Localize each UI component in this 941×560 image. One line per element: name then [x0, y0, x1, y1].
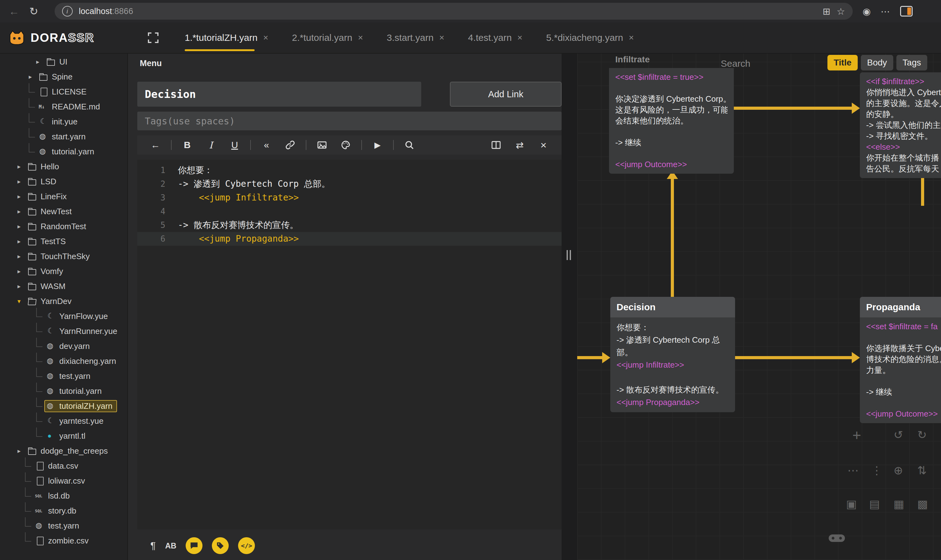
browser-menu-icon[interactable]: ⋯ — [881, 6, 890, 17]
tab-close-icon[interactable]: × — [358, 33, 363, 43]
tab-dixiacheng-yarn[interactable]: 5.*dixiacheng.yarn × — [546, 22, 634, 53]
palette-icon[interactable] — [338, 140, 353, 150]
browser-reload-icon[interactable]: ↻ — [29, 5, 39, 17]
gamepad-icon[interactable] — [828, 532, 845, 544]
tree-item[interactable]: yarntl.tl — [0, 428, 127, 443]
yarn-code-editor[interactable]: 1 你想要： 2 -> 渗透到 Cybertech Corp 总部。 3 <<j… — [137, 160, 562, 529]
shield-badge-icon[interactable]: ◉ — [863, 6, 871, 17]
pilcrow-icon[interactable]: ¶ — [150, 540, 156, 552]
expand-arrow-icon[interactable] — [36, 58, 44, 66]
graph-node-propaganda[interactable]: Propaganda <<set $infiltrate = fa 你选择散播关… — [860, 297, 941, 423]
tree-item[interactable]: yarntest.yue — [0, 414, 127, 428]
tab-close-icon[interactable]: × — [629, 33, 634, 43]
expand-arrow-icon[interactable] — [17, 283, 26, 290]
graph-node-decision[interactable]: Decision 你想要： -> 渗透到 Cybertech Corp 总 部。… — [610, 297, 735, 412]
tree-item[interactable]: start.yarn — [0, 129, 127, 144]
address-bar[interactable]: i localhost:8866 ⊞ ☆ — [55, 3, 853, 20]
tree-item[interactable]: loliwar.csv — [0, 473, 127, 488]
tree-item[interactable]: YarnRunner.yue — [0, 324, 127, 338]
underline-button[interactable]: U — [227, 140, 242, 150]
tab-test-yarn[interactable]: 4.test.yarn × — [468, 22, 522, 53]
expand-arrow-icon[interactable] — [17, 163, 26, 170]
node-graph-panel[interactable]: Title Body Tags Infiltrate <<set $infilt… — [577, 54, 941, 560]
tree-item[interactable]: WASM — [0, 279, 127, 294]
tree-item[interactable]: Vomfy — [0, 264, 127, 279]
tree-item[interactable]: dixiacheng.yarn — [0, 354, 127, 369]
tree-item[interactable]: LICENSE — [0, 84, 127, 99]
sidebar-toggle-icon[interactable] — [900, 6, 913, 17]
expand-arrow-icon[interactable] — [17, 447, 26, 455]
menu-button[interactable]: Menu — [140, 58, 162, 68]
expand-arrow-icon[interactable] — [29, 73, 37, 80]
sort-arrows-icon[interactable]: ⇅ — [917, 464, 927, 477]
split-view-icon[interactable] — [489, 140, 504, 150]
tree-item[interactable]: Spine — [0, 69, 127, 84]
expand-arrow-icon[interactable] — [17, 238, 26, 245]
undo-button[interactable]: ↺ — [893, 428, 903, 442]
tab-start-yarn[interactable]: 3.start.yarn × — [387, 22, 444, 53]
tree-item[interactable]: YarnDev — [0, 294, 127, 309]
more-horizontal-icon[interactable]: ⋯ — [847, 464, 859, 477]
layout-dense-grid-icon[interactable]: ▩ — [917, 498, 928, 511]
tree-item[interactable]: UI — [0, 54, 127, 69]
tree-item[interactable]: lsd.db — [0, 488, 127, 503]
code-command-button[interactable]: </> — [238, 537, 255, 554]
tab-close-icon[interactable]: × — [517, 33, 522, 43]
expand-arrow-icon[interactable] — [17, 193, 26, 200]
fullscreen-icon[interactable] — [148, 32, 159, 43]
layout-single-icon[interactable]: ▣ — [846, 498, 857, 511]
tab-tutorialZH-yarn[interactable]: 1.*tutorialZH.yarn × — [185, 22, 268, 53]
redo-button[interactable]: ↻ — [917, 428, 927, 442]
layout-grid-icon[interactable]: ▦ — [893, 498, 904, 511]
node-title-input[interactable] — [137, 82, 421, 107]
tags-input[interactable] — [137, 112, 562, 130]
tree-item[interactable]: README.md — [0, 99, 127, 114]
spellcheck-ab-icon[interactable]: AB — [165, 541, 176, 550]
more-vertical-icon[interactable]: ⋮ — [871, 464, 882, 477]
collapse-button[interactable]: « — [259, 140, 274, 150]
bookmark-star-icon[interactable]: ☆ — [837, 6, 845, 17]
tree-item[interactable]: LineFix — [0, 189, 127, 204]
link-icon[interactable] — [283, 140, 298, 150]
tree-item[interactable]: init.yue — [0, 114, 127, 129]
expand-arrow-icon[interactable] — [17, 223, 26, 230]
back-button[interactable]: ← — [148, 140, 163, 150]
image-icon[interactable] — [315, 140, 330, 150]
tree-item[interactable]: data.csv — [0, 458, 127, 473]
tree-item[interactable]: tutorialZH.yarn — [0, 398, 127, 414]
tree-item[interactable]: TouchTheSky — [0, 249, 127, 264]
tree-item[interactable]: YarnFlow.yue — [0, 309, 127, 324]
tree-item[interactable]: dev.yarn — [0, 338, 127, 354]
swap-icon[interactable]: ⇄ — [512, 140, 527, 151]
tree-item[interactable]: test.yarn — [0, 369, 127, 383]
filter-title-button[interactable]: Title — [827, 55, 858, 71]
tab-close-icon[interactable]: × — [439, 33, 444, 43]
bold-button[interactable]: B — [180, 140, 195, 150]
expand-arrow-icon[interactable] — [17, 297, 26, 305]
tree-item[interactable]: NewTest — [0, 204, 127, 219]
site-info-icon[interactable]: i — [62, 6, 73, 17]
tree-item[interactable]: story.db — [0, 503, 127, 518]
close-editor-icon[interactable]: × — [536, 139, 551, 151]
tree-item[interactable]: Hello — [0, 159, 127, 174]
dialog-bubble-button[interactable] — [186, 537, 202, 554]
play-button[interactable]: ▶ — [370, 140, 385, 150]
tag-button[interactable] — [212, 537, 229, 554]
tree-item[interactable]: LSD — [0, 174, 127, 189]
add-node-button[interactable]: + — [852, 426, 861, 444]
tree-item[interactable]: tutorial.yarn — [0, 383, 127, 398]
filter-body-button[interactable]: Body — [861, 55, 893, 71]
resize-handle-icon[interactable] — [566, 250, 571, 260]
expand-arrow-icon[interactable] — [17, 208, 26, 215]
graph-node-branch[interactable]: <<if $infiltrate>> 你悄悄地进入 Cybert 的主要设施。这… — [860, 72, 941, 178]
expand-arrow-icon[interactable] — [17, 252, 26, 260]
tree-item[interactable]: TestTS — [0, 234, 127, 249]
filter-tags-button[interactable]: Tags — [896, 55, 927, 71]
tree-item[interactable]: RandomTest — [0, 219, 127, 234]
search-icon[interactable] — [402, 140, 417, 150]
tree-item[interactable]: test.yarn — [0, 518, 127, 533]
tree-item[interactable]: zombie.csv — [0, 533, 127, 548]
tree-item[interactable]: tutorial.yarn — [0, 144, 127, 159]
panel-resize-divider[interactable] — [562, 54, 577, 560]
add-link-button[interactable]: Add Link — [450, 82, 562, 107]
